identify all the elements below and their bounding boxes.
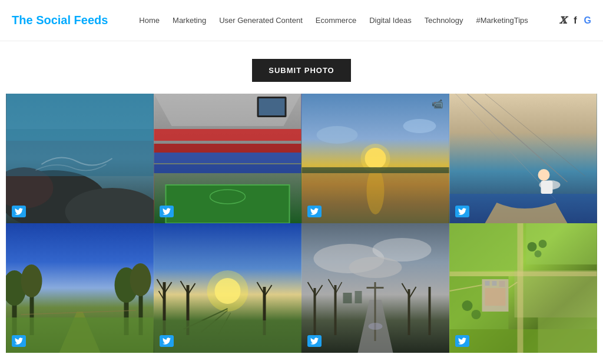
svg-rect-92 bbox=[485, 288, 506, 306]
svg-point-97 bbox=[535, 250, 542, 257]
nav-marketing[interactable]: Marketing bbox=[173, 16, 206, 25]
svg-point-96 bbox=[539, 240, 547, 248]
photo-item-5[interactable] bbox=[6, 223, 154, 353]
google-link[interactable]: G bbox=[584, 15, 591, 26]
svg-point-63 bbox=[349, 257, 402, 278]
svg-point-23 bbox=[403, 119, 436, 133]
twitter-badge-8 bbox=[455, 335, 469, 347]
svg-point-95 bbox=[528, 242, 537, 252]
twitter-link[interactable]: 𝕏 bbox=[559, 15, 566, 26]
svg-rect-85 bbox=[538, 317, 597, 353]
svg-point-45 bbox=[207, 270, 249, 312]
facebook-link[interactable]: f bbox=[574, 15, 577, 26]
twitter-badge-1 bbox=[12, 206, 26, 217]
twitter-badge-6 bbox=[160, 335, 174, 347]
svg-point-22 bbox=[317, 126, 358, 144]
photo-item-6[interactable] bbox=[154, 223, 302, 353]
photo-grid: 📹 bbox=[0, 94, 603, 353]
svg-rect-30 bbox=[541, 181, 553, 194]
twitter-badge-3 bbox=[307, 206, 322, 217]
svg-rect-21 bbox=[302, 167, 449, 173]
photo-item-4[interactable] bbox=[449, 94, 597, 223]
svg-point-29 bbox=[538, 169, 550, 181]
twitter-badge-2 bbox=[160, 206, 174, 217]
photo-item-3[interactable]: 📹 bbox=[302, 94, 449, 223]
nav-marketing-tips[interactable]: #MarketingTips bbox=[476, 16, 528, 25]
photo-item-8[interactable] bbox=[449, 223, 597, 353]
svg-rect-42 bbox=[6, 317, 154, 353]
logo-bold: Social Feeds bbox=[36, 14, 108, 27]
svg-rect-7 bbox=[154, 129, 302, 141]
svg-rect-83 bbox=[515, 270, 597, 317]
nav-technology[interactable]: Technology bbox=[425, 16, 463, 25]
svg-rect-78 bbox=[355, 291, 362, 303]
svg-rect-80 bbox=[450, 223, 521, 270]
nav-ecommerce[interactable]: Ecommerce bbox=[316, 16, 356, 25]
svg-point-20 bbox=[367, 167, 385, 214]
svg-rect-87 bbox=[450, 272, 597, 276]
svg-rect-73 bbox=[429, 287, 431, 335]
photo-item-7[interactable] bbox=[302, 223, 449, 353]
logo-prefix: The bbox=[12, 14, 36, 27]
svg-point-36 bbox=[21, 264, 42, 297]
twitter-badge-4 bbox=[455, 206, 469, 217]
svg-rect-10 bbox=[154, 164, 302, 173]
nav-ugc[interactable]: User Generated Content bbox=[219, 16, 303, 25]
svg-point-99 bbox=[472, 310, 481, 319]
site-logo[interactable]: The Social Feeds bbox=[12, 14, 108, 27]
svg-rect-89 bbox=[485, 281, 490, 286]
svg-point-98 bbox=[462, 300, 473, 311]
svg-rect-77 bbox=[343, 293, 352, 303]
svg-rect-59 bbox=[154, 320, 302, 353]
svg-rect-86 bbox=[518, 223, 524, 353]
twitter-badge-5 bbox=[12, 335, 26, 347]
svg-rect-90 bbox=[492, 281, 497, 286]
svg-rect-70 bbox=[408, 289, 410, 335]
social-links: 𝕏 f G bbox=[559, 15, 591, 26]
photo-item-2[interactable] bbox=[154, 94, 302, 223]
svg-rect-15 bbox=[259, 98, 285, 115]
nav-digital-ideas[interactable]: Digital Ideas bbox=[369, 16, 412, 25]
svg-rect-9 bbox=[154, 153, 302, 163]
twitter-badge-7 bbox=[307, 335, 322, 347]
svg-rect-81 bbox=[526, 223, 597, 264]
svg-point-40 bbox=[130, 263, 151, 296]
submit-photo-button[interactable]: SUBMIT PHOTO bbox=[252, 59, 350, 82]
svg-rect-8 bbox=[154, 144, 302, 153]
photo-item-1[interactable] bbox=[6, 94, 154, 223]
svg-rect-91 bbox=[499, 281, 505, 287]
svg-rect-75 bbox=[367, 287, 384, 289]
main-nav: Home Marketing User Generated Content Ec… bbox=[139, 16, 528, 25]
svg-rect-5 bbox=[6, 94, 154, 141]
video-badge-3: 📹 bbox=[432, 98, 443, 110]
svg-rect-74 bbox=[375, 282, 376, 341]
submit-section: SUBMIT PHOTO bbox=[0, 41, 603, 94]
site-header: The Social Feeds Home Marketing User Gen… bbox=[0, 0, 603, 41]
nav-home[interactable]: Home bbox=[139, 16, 160, 25]
svg-point-76 bbox=[369, 323, 383, 330]
